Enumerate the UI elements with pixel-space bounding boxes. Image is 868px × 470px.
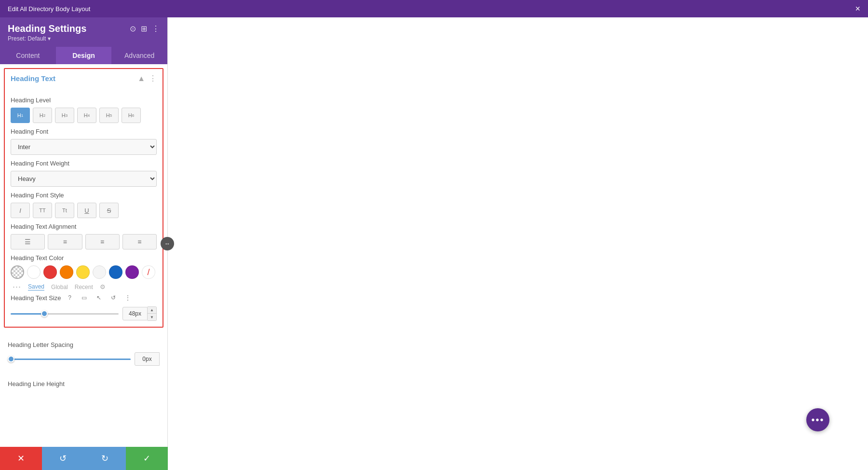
section-body: Heading Level H1 H2 H3 H4 H5 H6 Heading … — [5, 88, 163, 327]
color-tab-recent[interactable]: Recent — [75, 284, 93, 290]
align-right-button[interactable]: ≡ — [85, 234, 120, 249]
heading-text-section: Heading Text ▲ ⋮ Heading Level H1 H2 H3 … — [4, 68, 163, 328]
columns-icon[interactable]: ⊞ — [141, 24, 147, 33]
uppercase-button[interactable]: TT — [33, 203, 52, 218]
h6-button[interactable]: H6 — [122, 108, 141, 123]
heading-font-select[interactable]: Inter Roboto Open Sans Lato — [11, 139, 157, 155]
tab-advanced[interactable]: Advanced — [111, 47, 167, 64]
size-down-button[interactable]: ▼ — [148, 314, 156, 320]
strikethrough-button[interactable]: S — [99, 203, 119, 218]
letter-spacing-input[interactable] — [135, 352, 160, 366]
heading-level-buttons: H1 H2 H3 H4 H5 H6 — [11, 108, 157, 123]
size-device-icon[interactable]: ▭ — [79, 292, 90, 304]
settings-icon[interactable]: ⊙ — [130, 24, 136, 33]
size-stepper: ▲ ▼ — [148, 306, 157, 321]
tab-design[interactable]: Design — [56, 47, 112, 64]
chevron-up-icon[interactable]: ▲ — [137, 74, 145, 83]
h4-button[interactable]: H4 — [77, 108, 96, 123]
heading-font-weight-select[interactable]: Heavy Bold Regular Light — [11, 171, 157, 187]
size-up-button[interactable]: ▲ — [148, 307, 156, 314]
heading-size-label: Heading Text Size — [11, 294, 61, 302]
color-white-swatch[interactable] — [27, 265, 41, 279]
redo-button[interactable]: ↻ — [84, 447, 126, 470]
line-height-label: Heading Line Height — [8, 380, 160, 387]
sidebar-title: Heading Settings — [8, 23, 86, 34]
color-none-swatch[interactable] — [142, 265, 155, 279]
size-range-slider[interactable] — [11, 313, 119, 315]
align-center-button[interactable]: ≡ — [48, 234, 82, 249]
resize-handle[interactable]: ↔ — [161, 237, 174, 250]
sidebar: Heading Settings ⊙ ⊞ ⋮ Preset: Default ▾… — [0, 17, 168, 470]
alignment-buttons: ☰ ≡ ≡ ≡ — [11, 234, 157, 249]
color-swatches — [11, 265, 157, 279]
bottom-toolbar: ✕ ↺ ↻ ✓ — [0, 447, 168, 470]
tab-content[interactable]: Content — [0, 47, 56, 64]
h3-button[interactable]: H3 — [55, 108, 74, 123]
heading-font-label: Heading Font — [11, 128, 157, 135]
letter-spacing-input-wrap — [135, 352, 160, 366]
italic-button[interactable]: I — [11, 203, 30, 218]
section-header: Heading Text ▲ ⋮ — [5, 69, 163, 88]
align-justify-button[interactable]: ≡ — [122, 234, 157, 249]
section-menu-icon[interactable]: ⋮ — [149, 74, 157, 83]
color-light-swatch[interactable] — [93, 265, 106, 279]
heading-level-label: Heading Level — [11, 97, 157, 104]
color-checker-swatch[interactable] — [11, 265, 24, 279]
capitalize-button[interactable]: Tt — [55, 203, 74, 218]
heading-font-weight-label: Heading Font Weight — [11, 160, 157, 167]
section-title: Heading Text — [11, 74, 55, 83]
cancel-button[interactable]: ✕ — [0, 447, 42, 470]
close-button[interactable]: × — [855, 4, 860, 14]
size-reset-icon[interactable]: ↺ — [108, 292, 119, 304]
heading-alignment-label: Heading Text Alignment — [11, 223, 157, 230]
h5-button[interactable]: H5 — [99, 108, 119, 123]
save-button[interactable]: ✓ — [126, 447, 168, 470]
color-dots[interactable]: ··· — [13, 282, 21, 292]
color-purple-swatch[interactable] — [125, 265, 139, 279]
line-height-section: Heading Line Height — [0, 371, 167, 396]
preset-label: Preset: Default ▾ — [8, 35, 160, 42]
undo-button[interactable]: ↺ — [42, 447, 84, 470]
size-help-icon[interactable]: ? — [64, 292, 76, 304]
more-icon[interactable]: ⋮ — [152, 24, 160, 33]
color-yellow-swatch[interactable] — [76, 265, 90, 279]
size-cursor-icon[interactable]: ↖ — [93, 292, 105, 304]
fab-button[interactable]: ••• — [806, 408, 829, 431]
color-tab-global[interactable]: Global — [51, 284, 68, 290]
size-slider-row: ▲ ▼ — [11, 306, 157, 321]
letter-spacing-label: Heading Letter Spacing — [8, 341, 160, 348]
size-more-icon[interactable]: ⋮ — [122, 292, 134, 304]
color-orange-swatch[interactable] — [60, 265, 73, 279]
tab-bar: Content Design Advanced — [0, 47, 167, 64]
h2-button[interactable]: H2 — [33, 108, 52, 123]
heading-size-row: Heading Text Size ? ▭ ↖ ↺ ⋮ — [11, 292, 157, 304]
size-input-field[interactable] — [122, 307, 148, 320]
font-style-buttons: I TT Tt U S — [11, 203, 157, 218]
align-left-button[interactable]: ☰ — [11, 234, 45, 249]
color-red-swatch[interactable] — [43, 265, 57, 279]
top-bar-title: Edit All Directory Body Layout — [8, 5, 90, 13]
sidebar-header-icons: ⊙ ⊞ ⋮ — [130, 24, 160, 33]
heading-font-style-label: Heading Font Style — [11, 192, 157, 199]
color-blue-swatch[interactable] — [109, 265, 122, 279]
underline-button[interactable]: U — [77, 203, 96, 218]
sidebar-header: Heading Settings ⊙ ⊞ ⋮ Preset: Default ▾ — [0, 17, 167, 47]
main-canvas: ••• — [168, 17, 868, 470]
color-tab-saved[interactable]: Saved — [28, 283, 44, 290]
top-bar: Edit All Directory Body Layout × — [0, 0, 868, 17]
section-collapse-icons[interactable]: ▲ ⋮ — [137, 74, 157, 83]
sidebar-content: Heading Text ▲ ⋮ Heading Level H1 H2 H3 … — [0, 64, 167, 470]
size-input-wrap: ▲ ▼ — [122, 306, 157, 321]
letter-spacing-slider[interactable] — [8, 359, 131, 360]
color-tabs-row: ··· Saved Global Recent ⚙ — [11, 282, 157, 292]
heading-color-label: Heading Text Color — [11, 254, 157, 262]
h1-button[interactable]: H1 — [11, 108, 30, 123]
color-settings-icon[interactable]: ⚙ — [100, 283, 106, 290]
letter-spacing-section: Heading Letter Spacing — [0, 332, 167, 371]
